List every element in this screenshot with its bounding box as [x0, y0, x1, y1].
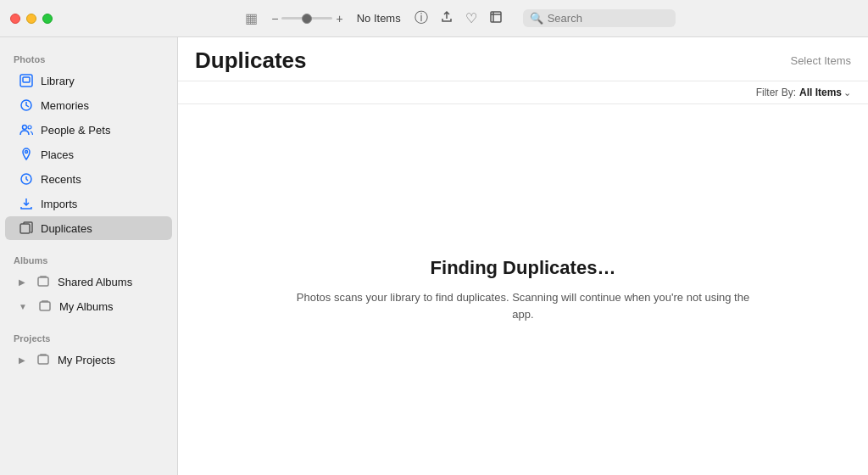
- filter-prefix: Filter By:: [756, 87, 796, 98]
- duplicates-icon: [19, 221, 34, 236]
- my-projects-icon: [36, 352, 51, 367]
- expand-shared-icon[interactable]: ▶: [19, 277, 25, 287]
- sidebar-people-label: People & Pets: [41, 124, 110, 137]
- info-icon[interactable]: ⓘ: [415, 9, 428, 27]
- sidebar-toggle-icon[interactable]: ▦: [245, 10, 258, 26]
- people-icon: [19, 122, 34, 137]
- empty-state-description: Photos scans your library to find duplic…: [286, 289, 760, 322]
- close-button[interactable]: [10, 14, 20, 24]
- library-icon: [19, 73, 34, 88]
- share-icon[interactable]: [440, 10, 453, 27]
- svg-rect-8: [20, 224, 30, 233]
- no-items-label: No Items: [357, 12, 401, 25]
- expand-albums-icon[interactable]: ▼: [19, 302, 27, 311]
- sidebar-duplicates-label: Duplicates: [41, 222, 92, 235]
- my-albums-icon: [37, 299, 53, 314]
- favorite-icon[interactable]: ♡: [465, 10, 477, 26]
- sidebar-item-recents[interactable]: Recents: [5, 167, 172, 191]
- title-bar-icons: ⓘ ♡: [415, 9, 503, 27]
- zoom-out-icon[interactable]: −: [271, 12, 278, 25]
- svg-point-6: [25, 151, 28, 154]
- sidebar-library-label: Library: [41, 75, 75, 87]
- select-items-button[interactable]: Select Items: [790, 54, 851, 67]
- svg-rect-10: [40, 302, 50, 310]
- sidebar-item-places[interactable]: Places: [5, 142, 172, 166]
- svg-rect-11: [38, 355, 48, 364]
- content-area: Duplicates Select Items Filter By: All I…: [178, 37, 868, 475]
- search-icon: 🔍: [530, 12, 543, 25]
- slider-track[interactable]: [281, 17, 332, 20]
- sidebar-item-imports[interactable]: Imports: [5, 192, 172, 215]
- zoom-slider[interactable]: − +: [271, 12, 342, 25]
- filter-value[interactable]: All Items: [799, 87, 842, 98]
- main-layout: Photos Library Memories: [0, 37, 868, 475]
- sidebar-places-label: Places: [41, 148, 74, 161]
- maximize-button[interactable]: [42, 14, 53, 24]
- crop-icon[interactable]: [489, 10, 503, 27]
- traffic-lights: [10, 14, 53, 24]
- sidebar-item-library[interactable]: Library: [5, 69, 172, 92]
- memories-icon: [19, 98, 34, 113]
- svg-point-5: [28, 126, 31, 129]
- zoom-in-icon[interactable]: +: [336, 12, 342, 25]
- empty-state-title: Finding Duplicates…: [431, 257, 616, 279]
- imports-icon: [19, 196, 34, 211]
- sidebar-item-duplicates[interactable]: Duplicates: [5, 216, 172, 240]
- svg-rect-0: [491, 12, 501, 22]
- places-icon: [19, 147, 34, 162]
- sidebar-my-projects-label: My Projects: [58, 354, 115, 366]
- slider-thumb[interactable]: [302, 14, 312, 24]
- svg-rect-1: [20, 75, 32, 87]
- shared-albums-icon: [36, 274, 51, 289]
- sidebar-item-my-projects[interactable]: ▶ My Projects: [5, 348, 172, 372]
- title-bar: ▦ − + No Items ⓘ ♡: [0, 0, 868, 37]
- sidebar-item-shared-albums[interactable]: ▶ Shared Albums: [5, 270, 172, 293]
- recents-icon: [19, 171, 34, 187]
- sidebar-imports-label: Imports: [41, 198, 77, 210]
- search-bar[interactable]: 🔍: [523, 9, 676, 27]
- photos-section-label: Photos: [0, 48, 177, 68]
- sidebar-my-albums-label: My Albums: [59, 300, 114, 313]
- sidebar-item-memories[interactable]: Memories: [5, 93, 172, 117]
- title-bar-center: ▦ − + No Items ⓘ ♡: [63, 9, 858, 27]
- content-header: Duplicates Select Items: [178, 37, 868, 81]
- svg-point-4: [23, 126, 27, 130]
- svg-rect-9: [38, 277, 48, 286]
- projects-section-label: Projects: [0, 327, 177, 347]
- content-body: Finding Duplicates… Photos scans your li…: [178, 104, 868, 475]
- minimize-button[interactable]: [26, 14, 36, 24]
- sidebar-shared-albums-label: Shared Albums: [58, 276, 132, 288]
- content-actions: Select Items: [790, 54, 851, 67]
- sidebar-memories-label: Memories: [41, 99, 89, 112]
- filter-bar: Filter By: All Items ⌄: [178, 81, 868, 104]
- search-input[interactable]: [548, 12, 666, 25]
- expand-projects-icon[interactable]: ▶: [19, 355, 25, 365]
- albums-section-label: Albums: [0, 249, 177, 269]
- sidebar-recents-label: Recents: [41, 173, 81, 186]
- sidebar: Photos Library Memories: [0, 37, 178, 475]
- page-title: Duplicates: [195, 48, 307, 74]
- sidebar-item-people-pets[interactable]: People & Pets: [5, 118, 172, 142]
- svg-rect-2: [23, 77, 30, 82]
- filter-chevron-icon[interactable]: ⌄: [843, 87, 851, 98]
- sidebar-item-my-albums[interactable]: ▼ My Albums: [5, 294, 172, 318]
